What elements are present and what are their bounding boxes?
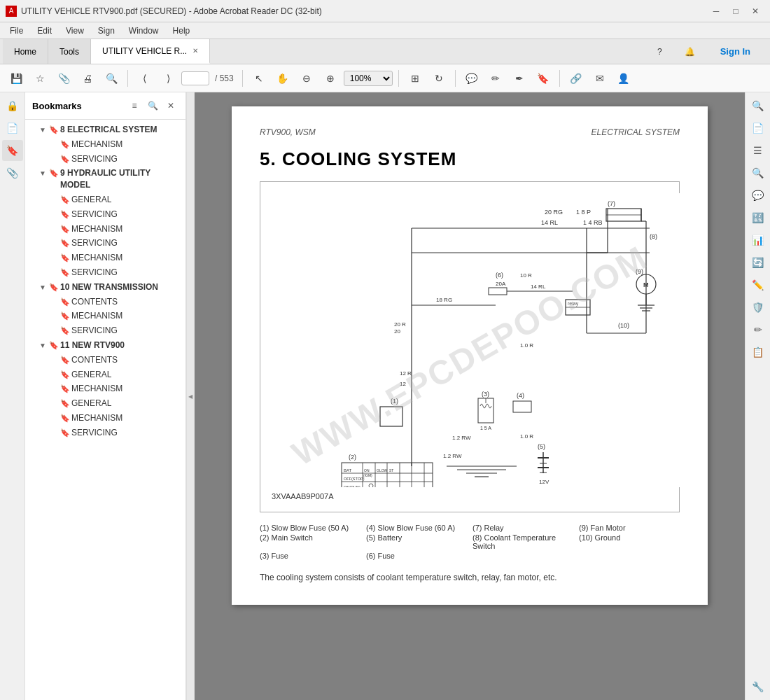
bookmark-10-mechanism[interactable]: ▶ 🔖 MECHANISM xyxy=(25,309,186,323)
print-button[interactable]: 🖨 xyxy=(77,68,98,89)
hand-tool-button[interactable]: ✋ xyxy=(272,68,293,89)
bookmark-section-8[interactable]: ▼ 🔖 8 ELECTRICAL SYSTEM xyxy=(25,122,186,137)
tab-close-icon[interactable]: ✕ xyxy=(192,47,198,55)
right-comment-button[interactable]: 💬 xyxy=(748,185,769,206)
bookmark-section-10[interactable]: ▼ 🔖 10 NEW TRANSMISSION xyxy=(25,280,186,295)
tab-home[interactable]: Home xyxy=(3,39,48,64)
attachments-button[interactable]: 📎 xyxy=(2,162,23,183)
menu-view[interactable]: View xyxy=(60,24,90,37)
bookmark-9-servicing2[interactable]: ▶ 🔖 SERVICING xyxy=(25,236,186,251)
bookmark-9-general[interactable]: ▶ 🔖 GENERAL xyxy=(25,192,186,207)
prev-page-button[interactable]: ⟨ xyxy=(134,68,155,89)
page-total: / 553 xyxy=(215,74,234,83)
bookmark-section-11[interactable]: ▼ 🔖 11 NEW RTV900 xyxy=(25,338,186,353)
bookmark-9-mechanism2[interactable]: ▶ 🔖 MECHANISM xyxy=(25,251,186,265)
toggle-section-8[interactable]: ▼ xyxy=(39,125,49,135)
save-button[interactable]: 💾 xyxy=(6,68,27,89)
bookmark-11-mechanism1[interactable]: ▶ 🔖 MECHANISM xyxy=(25,382,186,396)
share-button[interactable]: 👤 xyxy=(613,68,634,89)
zoom-select[interactable]: 100% 75% 125% 150% xyxy=(344,71,393,86)
toggle-9-gen: ▶ xyxy=(50,195,60,205)
bookmark-11-general1[interactable]: ▶ 🔖 GENERAL xyxy=(25,368,186,382)
bookmark-text-10: 10 NEW TRANSMISSION xyxy=(59,281,180,293)
sidebar-collapse-handle[interactable]: ◀ xyxy=(186,92,195,700)
sidebar-search-button[interactable]: 🔍 xyxy=(145,98,160,113)
rotate-button[interactable]: ↻ xyxy=(428,68,449,89)
link-button[interactable]: 🔗 xyxy=(566,68,587,89)
right-search-button[interactable]: 🔍 xyxy=(748,162,769,183)
right-clipboard-button[interactable]: 📋 xyxy=(748,342,769,363)
help-button[interactable]: ? xyxy=(649,44,671,59)
toggle-section-9[interactable]: ▼ xyxy=(39,169,49,178)
sign-in-button[interactable]: Sign In xyxy=(709,43,762,59)
attach-button[interactable]: 📎 xyxy=(53,68,74,89)
svg-text:1 8  P: 1 8 P xyxy=(576,209,591,216)
stamp-button[interactable]: 🔖 xyxy=(533,68,554,89)
zoom-out-button[interactable]: 🔍 xyxy=(101,68,122,89)
menu-help[interactable]: Help xyxy=(167,24,196,37)
tab-tools[interactable]: Tools xyxy=(48,39,91,64)
menu-file[interactable]: File xyxy=(4,24,29,37)
toggle-11-g1: ▶ xyxy=(50,370,60,380)
bookmark-8-servicing[interactable]: ▶ 🔖 SERVICING xyxy=(25,152,186,167)
right-convert-button[interactable]: 🔄 xyxy=(748,252,769,273)
bookmark-text-11g2: GENERAL xyxy=(70,398,180,410)
bookmark-11-mechanism2[interactable]: ▶ 🔖 MECHANISM xyxy=(25,411,186,426)
bookmark-8-mechanism[interactable]: ▶ 🔖 MECHANISM xyxy=(25,137,186,152)
pdf-header-left: RTV900, WSM xyxy=(260,127,316,137)
page-number-input[interactable]: 335 xyxy=(181,71,209,85)
right-translate-button[interactable]: 🔣 xyxy=(748,207,769,228)
zoom-in-btn[interactable]: ⊕ xyxy=(320,68,341,89)
sidebar-close-button[interactable]: ✕ xyxy=(163,98,178,113)
bookmark-11-general2[interactable]: ▶ 🔖 GENERAL xyxy=(25,396,186,411)
minimize-button[interactable]: ─ xyxy=(707,2,725,20)
right-annotate-button[interactable]: ✏ xyxy=(748,319,769,340)
next-page-button[interactable]: ⟩ xyxy=(158,68,178,89)
svg-text:(6): (6) xyxy=(496,272,503,279)
diagram-code: 3XVAAAB9P007A xyxy=(272,492,668,500)
close-button[interactable]: ✕ xyxy=(746,2,764,20)
right-nav-button[interactable]: ☰ xyxy=(748,140,769,161)
fit-page-button[interactable]: ⊞ xyxy=(405,68,426,89)
maximize-button[interactable]: □ xyxy=(727,2,745,20)
sidebar-options-button[interactable]: ≡ xyxy=(127,98,142,113)
select-tool-button[interactable]: ↖ xyxy=(248,68,270,89)
bookmark-icon-9: 🔖 xyxy=(49,168,59,178)
bookmark-9-servicing3[interactable]: ▶ 🔖 SERVICING xyxy=(25,265,186,280)
bookmark-11-servicing[interactable]: ▶ 🔖 SERVICING xyxy=(25,426,186,440)
bookmark-button[interactable]: ☆ xyxy=(29,68,50,89)
tab-document[interactable]: UTILITY VEHICLE R... ✕ xyxy=(91,39,210,64)
bookmark-9-servicing1[interactable]: ▶ 🔖 SERVICING xyxy=(25,207,186,222)
toggle-8-mech: ▶ xyxy=(50,140,60,150)
bookmark-text-9m2: MECHANISM xyxy=(70,252,180,264)
right-export-button[interactable]: 📊 xyxy=(748,230,769,251)
draw-button[interactable]: ✒ xyxy=(509,68,530,89)
right-protect-button[interactable]: 🛡️ xyxy=(748,297,769,318)
comment-button[interactable]: 💬 xyxy=(461,68,482,89)
zoom-out-btn2[interactable]: ⊖ xyxy=(296,68,317,89)
highlight-button[interactable]: ✏ xyxy=(485,68,506,89)
svg-text:1 5 A: 1 5 A xyxy=(480,426,491,430)
bookmark-11-contents[interactable]: ▶ 🔖 CONTENTS xyxy=(25,353,186,368)
pages-button[interactable]: 📄 xyxy=(2,118,23,139)
bookmark-10-servicing[interactable]: ▶ 🔖 SERVICING xyxy=(25,323,186,338)
right-pages-button[interactable]: 📄 xyxy=(748,118,769,139)
right-edit-button[interactable]: ✏️ xyxy=(748,274,769,295)
bookmark-9-mechanism1[interactable]: ▶ 🔖 MECHANISM xyxy=(25,222,186,237)
bookmark-icon-9s3: 🔖 xyxy=(60,267,70,278)
lock-icon-button[interactable]: 🔒 xyxy=(2,95,23,116)
bookmark-section-9[interactable]: ▼ 🔖 9 HYDRAULIC UTILITY MODEL xyxy=(25,166,186,192)
notifications-button[interactable]: 🔔 xyxy=(676,44,704,59)
right-settings-button[interactable]: 🔧 xyxy=(748,676,769,697)
email-button[interactable]: ✉ xyxy=(589,68,610,89)
sidebar-content: ▼ 🔖 8 ELECTRICAL SYSTEM ▶ 🔖 MECHANISM ▶ … xyxy=(25,120,186,700)
toggle-section-10[interactable]: ▼ xyxy=(39,283,49,293)
menu-sign[interactable]: Sign xyxy=(92,24,120,37)
menu-edit[interactable]: Edit xyxy=(31,24,57,37)
svg-text:10 R: 10 R xyxy=(520,272,532,279)
menu-window[interactable]: Window xyxy=(123,24,164,37)
bookmark-10-contents[interactable]: ▶ 🔖 CONTENTS xyxy=(25,295,186,309)
toggle-section-11[interactable]: ▼ xyxy=(39,341,49,351)
bookmarks-button[interactable]: 🔖 xyxy=(2,140,23,161)
right-zoom-button[interactable]: 🔍 xyxy=(748,95,769,116)
